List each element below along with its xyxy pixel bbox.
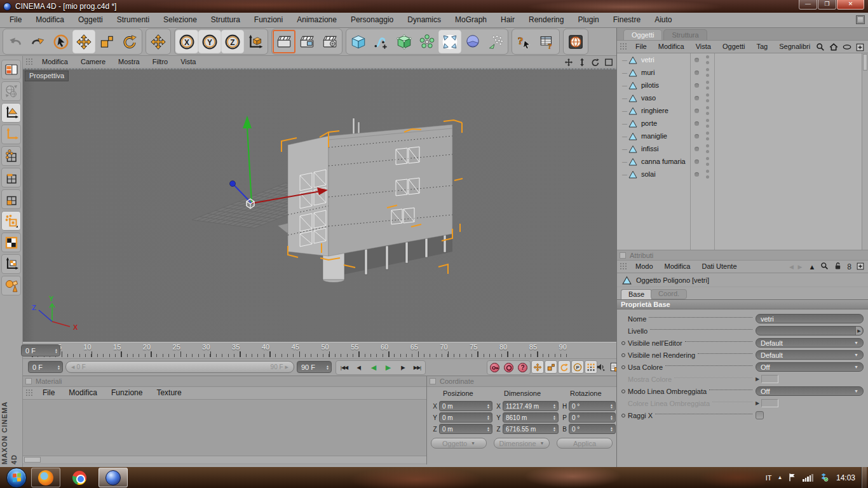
mat-menu-modifica[interactable]: Modifica xyxy=(62,386,104,400)
add-primitive-button[interactable] xyxy=(347,30,370,53)
rotation-p-field[interactable]: 0 °▲▼ xyxy=(569,412,616,423)
lock-x-button[interactable] xyxy=(175,30,198,53)
visibility-dot-icon[interactable] xyxy=(695,159,699,164)
lock-y-button[interactable] xyxy=(198,30,221,53)
object-axis-mode-button[interactable] xyxy=(1,125,21,144)
om-menu-vista[interactable]: Vista xyxy=(690,39,717,54)
editor-render-dots-icon[interactable] xyxy=(706,93,709,97)
record-keyframe-button[interactable] xyxy=(488,362,501,374)
play-forward-button[interactable]: ▶ xyxy=(381,362,395,374)
editor-render-dots-icon[interactable] xyxy=(706,144,709,147)
content-browser-button[interactable] xyxy=(564,30,587,53)
expand-arrow-icon[interactable]: ▶ xyxy=(756,400,759,406)
vp-menu-vista[interactable]: Vista xyxy=(174,56,202,68)
camera-pan-icon[interactable] xyxy=(563,57,574,67)
menu-personaggio[interactable]: Personaggio xyxy=(344,13,400,27)
rotation-h-field[interactable]: 0 °▲▼ xyxy=(569,401,616,411)
layout-switch-button[interactable] xyxy=(1,60,21,79)
menu-modifica[interactable]: Modifica xyxy=(29,13,71,27)
editor-render-dots-icon[interactable] xyxy=(706,55,709,58)
rotate-tool-button[interactable] xyxy=(118,30,141,53)
dimensione-dropdown[interactable]: Dimensione▼ xyxy=(494,438,550,449)
selection-filter-button[interactable] xyxy=(1,276,21,295)
current-frame-field[interactable]: 0 F ▲▼ xyxy=(28,361,63,373)
point-mode-button[interactable] xyxy=(1,146,21,166)
visibility-dot-icon[interactable] xyxy=(695,172,699,177)
action-center-flag-icon[interactable] xyxy=(788,473,797,483)
polygon-mode-button[interactable] xyxy=(1,189,21,209)
live-selection-button[interactable] xyxy=(50,30,72,53)
size-x-field[interactable]: 11217.49 m▲▼ xyxy=(503,401,559,411)
ruler-frame-spinner[interactable]: 0 F ▲▼ xyxy=(21,344,60,356)
vp-menu-camere[interactable]: Camere xyxy=(74,56,112,68)
object-row-maniglie[interactable]: —maniglie xyxy=(617,130,868,142)
animation-dot-icon[interactable] xyxy=(621,414,625,417)
object-row-solai[interactable]: —solai xyxy=(617,168,868,180)
add-hypernurbs-button[interactable] xyxy=(393,30,416,53)
om-menu-file[interactable]: File xyxy=(630,39,653,54)
sound-button[interactable] xyxy=(594,360,607,374)
camera-zoom-icon[interactable] xyxy=(576,57,587,67)
key-position-toggle[interactable] xyxy=(531,360,544,374)
panel-pin-icon[interactable] xyxy=(620,252,626,259)
camera-rotate-icon[interactable] xyxy=(590,57,600,67)
autokey-button[interactable] xyxy=(502,362,515,374)
visibility-dot-icon[interactable] xyxy=(695,121,699,126)
visibility-dot-icon[interactable] xyxy=(695,134,699,139)
render-settings-button[interactable] xyxy=(318,30,341,53)
drag-grip-icon[interactable] xyxy=(620,43,628,51)
record-options-button[interactable]: ? xyxy=(516,362,529,374)
title-bar[interactable]: CINEMA 4D - [mio prog.c4d *] — ❐ ✕ xyxy=(0,0,868,13)
render-picture-viewer-button[interactable] xyxy=(295,30,318,53)
tab-struttura[interactable]: Struttura xyxy=(663,29,707,40)
show-hidden-icons[interactable]: ▲ xyxy=(778,475,783,480)
nome-input[interactable] xyxy=(756,314,864,323)
om-menu-modifica[interactable]: Modifica xyxy=(653,39,690,54)
lock-z-button[interactable] xyxy=(221,30,244,53)
add-environment-button[interactable] xyxy=(461,30,484,53)
network-signal-icon[interactable] xyxy=(803,474,813,482)
taskbar-clock[interactable]: 14:03 xyxy=(836,473,855,482)
editor-render-dots-icon[interactable] xyxy=(706,132,709,135)
edge-mode-button[interactable] xyxy=(1,168,21,187)
editor-render-dots-icon[interactable] xyxy=(706,68,709,71)
show-desktop-button[interactable] xyxy=(861,467,867,488)
taskbar-firefox-button[interactable] xyxy=(31,468,60,487)
drag-grip-icon[interactable] xyxy=(620,262,628,271)
rotation-b-field[interactable]: 0 °▲▼ xyxy=(569,424,616,434)
viewport-toggle-icon[interactable] xyxy=(603,57,614,67)
visibile-editor-dropdown[interactable]: Default▼ xyxy=(756,338,864,348)
object-row-infissi[interactable]: —infissi xyxy=(617,142,868,155)
redo-button[interactable] xyxy=(27,30,50,53)
menu-animazione[interactable]: Animazione xyxy=(290,13,344,27)
expand-arrow-icon[interactable]: ▶ xyxy=(756,376,759,382)
coordinate-system-button[interactable] xyxy=(244,30,267,53)
play-backward-button[interactable]: ◀ xyxy=(366,362,381,374)
menu-plugin[interactable]: Plugin xyxy=(571,13,606,27)
next-frame-button[interactable]: |▶ xyxy=(395,362,410,374)
key-scale-toggle[interactable] xyxy=(545,360,557,374)
size-z-field[interactable]: 6716.55 m▲▼ xyxy=(503,424,559,434)
close-button[interactable]: ✕ xyxy=(837,0,864,10)
end-frame-field[interactable]: 90 F ▲▼ xyxy=(297,361,332,373)
visibility-dot-icon[interactable] xyxy=(695,58,699,62)
move-tool-button[interactable] xyxy=(72,30,95,53)
texture-mode-button[interactable] xyxy=(1,211,21,231)
menu-file[interactable]: File xyxy=(3,13,29,27)
tab-oggetti[interactable]: Oggetti xyxy=(623,29,662,40)
last-tool-button[interactable] xyxy=(147,30,170,53)
livello-field[interactable]: ▶ xyxy=(756,326,864,336)
menu-oggetti[interactable]: Oggetti xyxy=(71,13,110,27)
editor-render-dots-icon[interactable] xyxy=(706,119,709,122)
add-particles-button[interactable] xyxy=(484,30,507,53)
texture-axis-mode-button[interactable] xyxy=(1,254,21,274)
command-manager-button[interactable] xyxy=(536,30,559,53)
viewport-canvas[interactable]: Y X Z Prospettiva xyxy=(23,69,616,342)
parent-arrow-icon[interactable]: ▲ xyxy=(808,263,815,271)
undo-button[interactable] xyxy=(4,30,27,53)
visibility-dot-icon[interactable] xyxy=(695,83,699,88)
mat-menu-texture[interactable]: Texture xyxy=(149,386,188,400)
start-button[interactable] xyxy=(6,468,27,488)
attr-menu-modifica[interactable]: Modifica xyxy=(659,259,696,274)
menu-mograph[interactable]: MoGraph xyxy=(448,13,494,27)
